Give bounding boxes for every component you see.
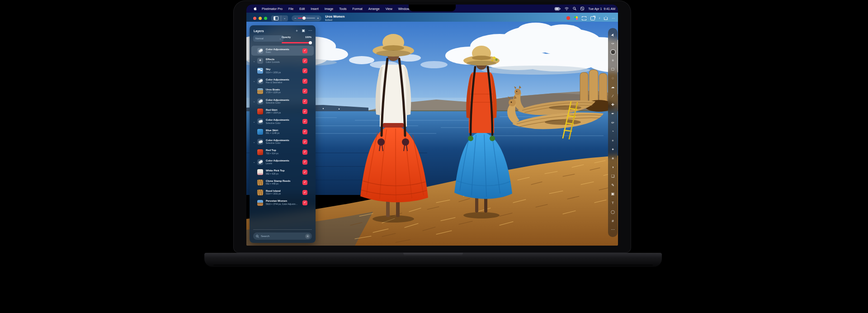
tool-button-blur-tool[interactable]: ◔: [609, 128, 616, 135]
layer-visibility-checkbox[interactable]: ✓: [302, 190, 307, 195]
menu-item[interactable]: Window: [398, 7, 410, 10]
layer-collapse-chevron[interactable]: ⌄: [253, 60, 257, 62]
layer-visibility-checkbox[interactable]: ✓: [302, 89, 307, 94]
layer-search-field[interactable]: Search ☰: [253, 232, 312, 240]
layer-row-red-skirt[interactable]: ⌄ Red Skirt 1484 × 1504 px ✓: [251, 106, 314, 116]
blend-mode-select[interactable]: Normal ⌄: [253, 35, 283, 42]
zoom-slider-knob[interactable]: [302, 17, 306, 20]
layer-collapse-chevron[interactable]: ⌄: [253, 80, 257, 82]
tool-button-sharpen-tool[interactable]: ✦: [609, 146, 616, 153]
layer-collapse-chevron[interactable]: ⌄: [253, 161, 257, 163]
close-button[interactable]: [253, 17, 256, 20]
layer-visibility-checkbox[interactable]: ✓: [302, 58, 307, 63]
tool-button-zoom-tool[interactable]: ◯: [609, 209, 616, 215]
tool-button-arrange-tool[interactable]: ➤: [609, 31, 618, 40]
tool-button-type-tool[interactable]: T: [609, 200, 616, 207]
layer-row-red-top[interactable]: ⌄ Red Top 703 × 914 px ✓: [251, 147, 314, 157]
tool-button-line-tool[interactable]: ∕: [609, 93, 616, 100]
layer-row-color-adjustments[interactable]: ⌄ Color Adjustments Levels ✓: [251, 157, 314, 167]
battery-icon[interactable]: [555, 7, 561, 10]
menu-item[interactable]: View: [386, 7, 392, 10]
layer-visibility-checkbox[interactable]: ✓: [302, 119, 307, 124]
layer-visibility-checkbox[interactable]: ✓: [302, 150, 307, 155]
layer-visibility-checkbox[interactable]: ✓: [302, 48, 307, 53]
layer-row-color-adjustments[interactable]: ⌄ Color Adjustments Selective Color ✓: [251, 137, 314, 147]
wifi-icon[interactable]: [565, 7, 569, 10]
layer-row-color-adjustments[interactable]: ⌄ Color Adjustments Selective Color ✓: [251, 96, 314, 106]
tool-button-quick-fill-tool[interactable]: ☁: [609, 84, 616, 90]
menu-item[interactable]: Pixelmator Pro: [262, 7, 283, 10]
export-button[interactable]: [590, 16, 595, 20]
layer-row-effects[interactable]: ⌄ Effects Color Controls ✓: [251, 56, 314, 66]
zoom-in-button[interactable]: +: [317, 17, 319, 20]
tool-button-paint-tool[interactable]: ✒: [609, 110, 616, 117]
layer-row-peruvian-women[interactable]: ⌄ Peruvian Women 5616 × 3744 px, Color A…: [251, 198, 314, 208]
menu-item[interactable]: Format: [353, 7, 363, 10]
share-button[interactable]: [604, 16, 608, 20]
tool-button-smudge-tool[interactable]: ●: [609, 138, 616, 144]
layer-row-reed-island[interactable]: ⌄ Reed Island 5314 × 1631 px ✓: [251, 187, 314, 197]
layer-collapse-chevron[interactable]: ⌄: [253, 120, 257, 123]
layer-visibility-checkbox[interactable]: ✓: [302, 79, 307, 84]
layer-visibility-checkbox[interactable]: ✓: [302, 109, 307, 114]
layer-row-uros-boats[interactable]: ⌄ Uros Boats 1729 × 1106 px ✓: [251, 86, 314, 96]
layer-row-white-pink-top[interactable]: ⌄ White Pink Top 992 × 926 px ✓: [251, 167, 314, 177]
layer-row-sky[interactable]: ⌄ Sky 5314 × 1656 px ✓: [251, 66, 314, 76]
tool-button-pencil-tool[interactable]: ✏: [609, 119, 616, 126]
opacity-slider-knob[interactable]: [309, 41, 312, 44]
layer-row-color-adjustments[interactable]: ⌄ Color Adjustments Selective Color ✓: [251, 117, 314, 127]
apple-menu-icon[interactable]: [254, 7, 257, 10]
tool-button-star-tool[interactable]: ★: [609, 57, 616, 64]
layer-visibility-checkbox[interactable]: ✓: [302, 200, 307, 205]
tool-button-dodge-tool[interactable]: ☀: [609, 155, 616, 162]
layers-more-button[interactable]: ⋯: [308, 29, 312, 33]
menu-item[interactable]: Edit: [299, 7, 305, 10]
tool-button-frame-tool[interactable]: ▢: [609, 66, 616, 73]
sidebar-toggle-button[interactable]: [271, 15, 281, 21]
tool-button-crop-tool[interactable]: #: [609, 218, 616, 224]
layer-visibility-checkbox[interactable]: ✓: [302, 170, 307, 175]
fullscreen-button[interactable]: [264, 17, 267, 20]
canvas-button[interactable]: [582, 16, 586, 20]
menu-item[interactable]: Arrange: [368, 7, 380, 10]
tool-button-shapes-tool[interactable]: ▣: [609, 191, 616, 198]
layer-row-blue-skirt[interactable]: ⌄ Blue Skirt 861 × 1148 px ✓: [251, 127, 314, 137]
control-center-icon[interactable]: [580, 7, 584, 10]
menu-item[interactable]: Image: [325, 7, 333, 10]
tool-button-burn-tool[interactable]: ◑: [609, 164, 616, 171]
layer-visibility-checkbox[interactable]: ✓: [302, 160, 307, 165]
layer-row-color-adjustments[interactable]: ⌄ Color Adjustments Hue & Saturation ✓: [251, 76, 314, 86]
zoom-slider-track[interactable]: [298, 18, 315, 19]
search-icon[interactable]: [573, 7, 576, 10]
tool-button-more-tools[interactable]: ⋯: [609, 227, 616, 233]
palette-button[interactable]: [574, 16, 578, 20]
menu-item[interactable]: File: [288, 7, 293, 10]
minimize-button[interactable]: [259, 17, 262, 20]
layer-collapse-chevron[interactable]: ⌄: [253, 100, 257, 103]
menu-item[interactable]: Tools: [339, 7, 346, 10]
layer-visibility-checkbox[interactable]: ✓: [302, 99, 307, 104]
zoom-out-button[interactable]: −: [294, 17, 296, 20]
tool-button-repair-tool[interactable]: ●: [610, 49, 616, 55]
tool-button-clone-tool[interactable]: ❏: [609, 173, 616, 180]
layer-visibility-checkbox[interactable]: ✓: [302, 129, 307, 134]
layer-collapse-chevron[interactable]: ⌄: [253, 141, 257, 143]
info-button[interactable]: i: [599, 17, 600, 20]
layer-row-clone-stamp-reeds[interactable]: ⌄ Clone Stamp Reeds 662 × 449 px ✓: [251, 177, 314, 187]
opacity-slider[interactable]: [282, 41, 311, 44]
tool-button-pen-tool[interactable]: ✎: [609, 182, 616, 189]
menu-clock[interactable]: Tue Apr 1 9:41 AM: [588, 7, 615, 10]
color-tag-button[interactable]: [566, 16, 570, 20]
tool-button-stamp-tool[interactable]: ✚: [609, 102, 616, 109]
layer-frame-button[interactable]: ▣: [302, 29, 305, 33]
add-layer-button[interactable]: ＋: [295, 29, 298, 33]
menu-item[interactable]: Insert: [311, 7, 319, 10]
more-button[interactable]: ⋯: [612, 17, 615, 20]
tool-button-style-tool[interactable]: ✑: [609, 41, 616, 47]
layer-visibility-checkbox[interactable]: ✓: [302, 180, 307, 185]
filter-icon[interactable]: ☰: [305, 234, 310, 239]
sidebar-options-button[interactable]: ⌄: [281, 15, 288, 21]
tool-button-select-tool[interactable]: ◌: [609, 75, 616, 82]
layer-row-color-adjustments[interactable]: ⌄ Color Adjustments Basic ✓: [251, 46, 314, 56]
layer-visibility-checkbox[interactable]: ✓: [302, 68, 307, 73]
